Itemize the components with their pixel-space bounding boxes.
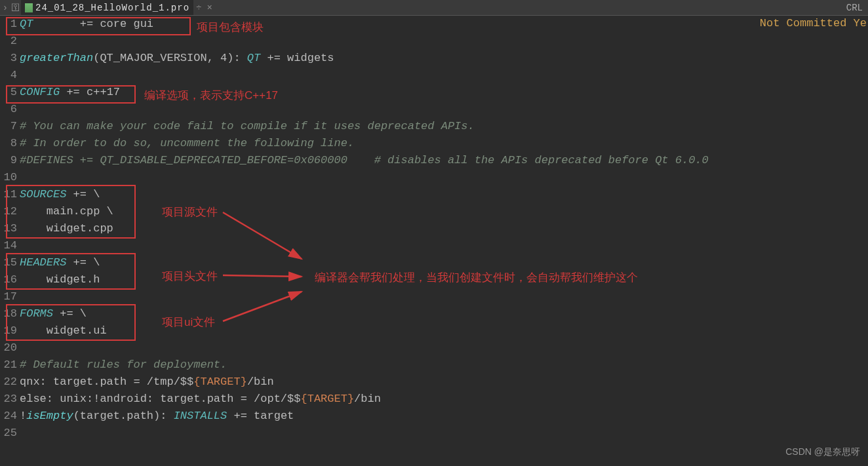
line-number: 8	[0, 135, 17, 152]
tab-dropdown-icon[interactable]: ÷	[193, 3, 204, 13]
line-number: 5	[0, 84, 17, 101]
code-line[interactable]	[20, 237, 868, 254]
line-number: 12	[0, 203, 17, 220]
line-number: 22	[0, 374, 17, 391]
code-line[interactable]: # Default rules for deployment.	[20, 357, 868, 374]
line-number: 6	[0, 101, 17, 118]
code-line[interactable]: widget.ui	[20, 322, 868, 340]
line-number: 1	[0, 16, 17, 33]
code-line[interactable]: SOURCES += \	[20, 186, 868, 203]
line-number: 24	[0, 408, 17, 425]
code-line[interactable]	[20, 33, 868, 50]
line-ending-indicator: CRL	[846, 3, 868, 13]
line-number: 23	[0, 391, 17, 408]
line-number: 25	[0, 425, 17, 442]
code-line[interactable]: # You can make your code fail to compile…	[20, 118, 868, 135]
code-line[interactable]	[20, 425, 868, 442]
code-line[interactable]	[20, 288, 868, 305]
line-number: 9	[0, 152, 17, 169]
code-line[interactable]	[20, 169, 868, 186]
line-number: 10	[0, 169, 17, 186]
code-line[interactable]: greaterThan(QT_MAJOR_VERSION, 4): QT += …	[20, 50, 868, 67]
code-editor[interactable]: 1 2 3 4 5 6 7 8 9 10 11 12 13 14 15 16 1…	[0, 16, 868, 442]
line-number: 16	[0, 271, 17, 288]
annotation-label: 项目ui文件	[162, 315, 215, 330]
line-number-gutter: 1 2 3 4 5 6 7 8 9 10 11 12 13 14 15 16 1…	[0, 16, 20, 442]
tab-filename: 24_01_28_HelloWorld_1.pro	[35, 3, 189, 13]
tab-close-icon[interactable]: ×	[204, 3, 214, 13]
code-line[interactable]: !isEmpty(target.path): INSTALLS += targe…	[20, 408, 868, 425]
code-line[interactable]: FORMS += \	[20, 305, 868, 322]
code-line[interactable]: main.cpp \	[20, 203, 868, 220]
line-number: 20	[0, 340, 17, 357]
code-area[interactable]: QT += core gui greaterThan(QT_MAJOR_VERS…	[20, 16, 868, 442]
annotation-label: 项目源文件	[162, 204, 218, 220]
annotation-label: 项目头文件	[162, 269, 218, 284]
code-line[interactable]: HEADERS += \	[20, 254, 868, 271]
line-number: 17	[0, 288, 17, 305]
line-number: 18	[0, 305, 17, 322]
code-line[interactable]	[20, 340, 868, 357]
line-number: 19	[0, 322, 17, 340]
annotation-label: 项目包含模块	[197, 20, 264, 35]
line-number: 7	[0, 118, 17, 135]
file-icon	[25, 3, 33, 12]
code-line[interactable]: widget.cpp	[20, 220, 868, 237]
code-line[interactable]: #DEFINES += QT_DISABLE_DEPRECATED_BEFORE…	[20, 152, 868, 169]
line-number: 11	[0, 186, 17, 203]
annotation-label: 编译选项，表示支持C++17	[144, 88, 278, 103]
code-line[interactable]: qnx: target.path = /tmp/$${TARGET}/bin	[20, 374, 868, 391]
nav-icon[interactable]: ›	[0, 3, 10, 13]
code-line[interactable]: # In order to do so, uncomment the follo…	[20, 135, 868, 152]
file-tab[interactable]: 24_01_28_HelloWorld_1.pro	[21, 0, 193, 15]
watermark: CSDN @是奈思呀	[785, 446, 860, 458]
line-number: 14	[0, 237, 17, 254]
code-line[interactable]	[20, 101, 868, 118]
tab-bar: › ⚿ 24_01_28_HelloWorld_1.pro ÷ × CRL	[0, 0, 868, 16]
line-number: 2	[0, 33, 17, 50]
vcs-status: Not Committed Ye	[760, 17, 867, 29]
code-line[interactable]: QT += core gui	[20, 16, 868, 33]
code-line[interactable]: else: unix:!android: target.path = /opt/…	[20, 391, 868, 408]
line-number: 13	[0, 220, 17, 237]
line-number: 3	[0, 50, 17, 67]
annotation-label: 编译器会帮我们处理，当我们创建文件时，会自动帮我们维护这个	[315, 270, 638, 285]
line-number: 15	[0, 254, 17, 271]
line-number: 4	[0, 67, 17, 84]
code-line[interactable]	[20, 67, 868, 84]
lock-icon[interactable]: ⚿	[10, 3, 21, 13]
line-number: 21	[0, 357, 17, 374]
